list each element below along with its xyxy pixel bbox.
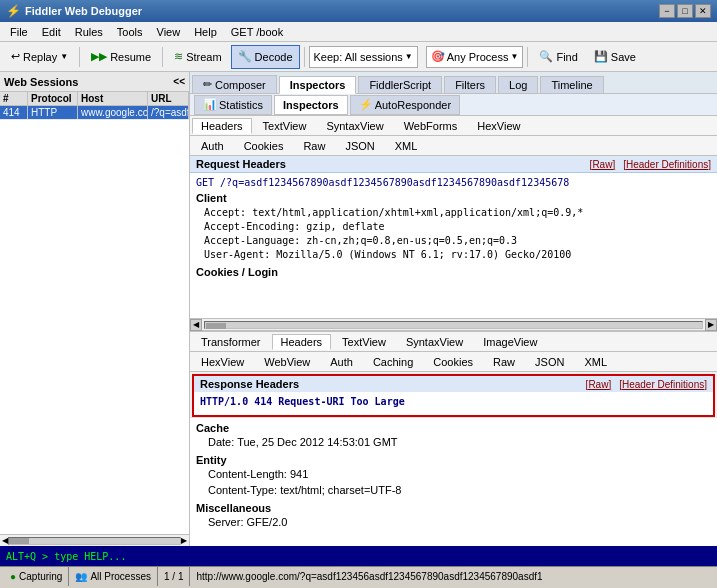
scroll-right[interactable]: ▶ <box>705 319 717 331</box>
subtab-headers[interactable]: Headers <box>192 118 252 134</box>
minimize-button[interactable]: − <box>659 4 675 18</box>
menu-rules[interactable]: Rules <box>69 24 109 40</box>
subtab-auth-resp[interactable]: Auth <box>321 354 362 370</box>
row-num: 414 <box>0 106 28 119</box>
col-host: Host <box>78 92 148 105</box>
subtab-xml[interactable]: XML <box>386 138 427 154</box>
target-icon: 🎯 <box>431 50 445 63</box>
subtab-json-resp[interactable]: JSON <box>526 354 573 370</box>
replay-icon: ↩ <box>11 50 20 63</box>
request-headers-title: Request Headers [Raw] [Header Definition… <box>190 156 717 173</box>
subtab-raw-resp[interactable]: Raw <box>484 354 524 370</box>
response-header-links: [Raw] [Header Definitions] <box>586 379 707 390</box>
cache-date: Date: Tue, 25 Dec 2012 14:53:01 GMT <box>208 434 711 450</box>
menu-help[interactable]: Help <box>188 24 223 40</box>
keep-dropdown-arrow: ▼ <box>405 52 413 61</box>
app-icon: ⚡ <box>6 4 21 18</box>
tab-inspectors-active[interactable]: Inspectors <box>274 95 348 115</box>
misc-label: Miscellaneous <box>196 502 711 514</box>
maximize-button[interactable]: □ <box>677 4 693 18</box>
response-status-line: HTTP/1.0 414 Request-URI Too Large <box>200 396 707 407</box>
menu-tools[interactable]: Tools <box>111 24 149 40</box>
scrollbar-track[interactable] <box>8 537 181 545</box>
accept-encoding-header: Accept-Encoding: gzip, deflate <box>204 220 711 234</box>
tab-log[interactable]: Log <box>498 76 538 93</box>
any-process-dropdown[interactable]: 🎯 Any Process ▼ <box>426 46 524 68</box>
replay-dropdown-icon: ▼ <box>60 52 68 61</box>
subtab-transformer[interactable]: Transformer <box>192 334 270 350</box>
chart-icon: 📊 <box>203 98 217 111</box>
response-headers-container: Response Headers [Raw] [Header Definitio… <box>192 374 715 417</box>
response-raw-link[interactable]: [Raw] <box>586 379 612 390</box>
replay-button[interactable]: ↩ Replay ▼ <box>4 45 75 69</box>
tab-composer[interactable]: ✏ Composer <box>192 75 277 93</box>
h-scroll-thumb[interactable] <box>206 323 226 329</box>
tab-inspectors[interactable]: Inspectors <box>279 76 357 94</box>
keep-sessions-dropdown[interactable]: Keep: All sessions ▼ <box>309 46 418 68</box>
subtab-headers-resp[interactable]: Headers <box>272 334 332 350</box>
request-h-scrollbar[interactable]: ◀ ▶ <box>190 318 717 330</box>
subtab-caching-resp[interactable]: Caching <box>364 354 422 370</box>
resume-button[interactable]: ▶▶ Resume <box>84 45 158 69</box>
subtab-imageview-resp[interactable]: ImageView <box>474 334 546 350</box>
toolbar-sep-3 <box>304 47 305 67</box>
scroll-right-arrow[interactable]: ▶ <box>181 536 187 545</box>
inspector-tab-bar: 📊 Statistics Inspectors ⚡ AutoResponder <box>190 94 717 116</box>
subtab-cookies-resp[interactable]: Cookies <box>424 354 482 370</box>
toolbar-sep-5 <box>527 47 528 67</box>
find-button[interactable]: 🔍 Find <box>532 45 584 69</box>
tab-timeline[interactable]: Timeline <box>540 76 603 93</box>
subtab-webforms[interactable]: WebForms <box>395 118 467 134</box>
toolbar: ↩ Replay ▼ ▶▶ Resume ≋ Stream 🔧 Decode K… <box>0 42 717 72</box>
accept-language-header: Accept-Language: zh-cn,zh;q=0.8,en-us;q=… <box>204 234 711 248</box>
left-h-scrollbar[interactable]: ◀ ▶ <box>0 534 189 546</box>
subtab-json[interactable]: JSON <box>336 138 383 154</box>
client-label: Client <box>196 192 711 204</box>
subtab-cookies[interactable]: Cookies <box>235 138 293 154</box>
subtab-hexview[interactable]: HexView <box>468 118 529 134</box>
scroll-left[interactable]: ◀ <box>190 319 202 331</box>
close-button[interactable]: ✕ <box>695 4 711 18</box>
subtab-hexview-resp[interactable]: HexView <box>192 354 253 370</box>
raw-link[interactable]: [Raw] <box>590 159 616 170</box>
stream-button[interactable]: ≋ Stream <box>167 45 228 69</box>
response-content: HTTP/1.0 414 Request-URI Too Large <box>192 392 715 417</box>
composer-icon: ✏ <box>203 78 212 91</box>
table-row[interactable]: 414 HTTP www.google.com /?q=asdf123456as… <box>0 106 189 120</box>
menu-edit[interactable]: Edit <box>36 24 67 40</box>
subtab-xml-resp[interactable]: XML <box>575 354 616 370</box>
subtab-textview[interactable]: TextView <box>254 118 316 134</box>
sessions-table: # Protocol Host URL 414 HTTP www.google.… <box>0 92 189 313</box>
subtab-auth[interactable]: Auth <box>192 138 233 154</box>
sessions-empty-area <box>0 313 189 534</box>
command-hint[interactable]: ALT+Q > type HELP... <box>6 551 126 562</box>
subtab-syntaxview[interactable]: SyntaxView <box>317 118 392 134</box>
response-header-def-link[interactable]: [Header Definitions] <box>619 379 707 390</box>
subtab-webview-resp[interactable]: WebView <box>255 354 319 370</box>
menu-view[interactable]: View <box>151 24 187 40</box>
toolbar-sep-1 <box>79 47 80 67</box>
entity-label: Entity <box>196 454 711 466</box>
scrollbar-thumb[interactable] <box>9 538 29 544</box>
resume-icon: ▶▶ <box>91 50 107 63</box>
tab-statistics[interactable]: 📊 Statistics <box>194 95 272 115</box>
tab-filters[interactable]: Filters <box>444 76 496 93</box>
menu-file[interactable]: File <box>4 24 34 40</box>
process-dropdown-arrow: ▼ <box>510 52 518 61</box>
header-def-link[interactable]: [Header Definitions] <box>623 159 711 170</box>
menu-get-book[interactable]: GET /book <box>225 24 289 40</box>
capture-status: ● Capturing <box>4 567 69 586</box>
save-button[interactable]: 💾 Save <box>587 45 643 69</box>
collapse-button[interactable]: << <box>173 76 185 87</box>
toolbar-sep-2 <box>162 47 163 67</box>
h-scroll-track[interactable] <box>204 321 703 329</box>
subtab-syntaxview-resp[interactable]: SyntaxView <box>397 334 472 350</box>
subtab-raw[interactable]: Raw <box>294 138 334 154</box>
subtab-textview-resp[interactable]: TextView <box>333 334 395 350</box>
capture-icon: ● <box>10 571 16 582</box>
tab-fiddlerscript[interactable]: FiddlerScript <box>358 76 442 93</box>
tab-autoresponder[interactable]: ⚡ AutoResponder <box>350 95 460 115</box>
decode-button[interactable]: 🔧 Decode <box>231 45 300 69</box>
stream-icon: ≋ <box>174 50 183 63</box>
row-url: /?q=asdf123456as... <box>148 106 189 119</box>
